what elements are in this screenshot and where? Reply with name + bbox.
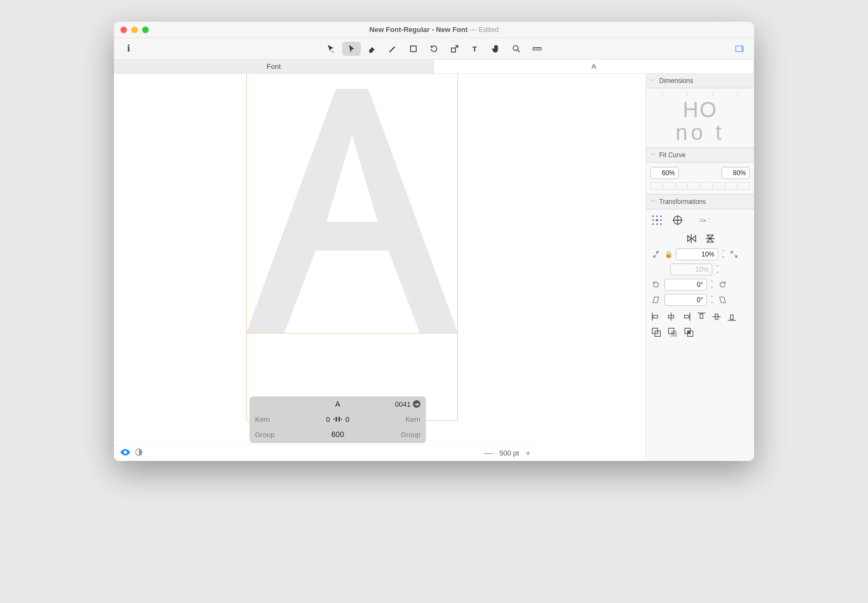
chevron-down-icon: ﹀ — [650, 77, 656, 85]
scale-x-field[interactable]: 10% — [676, 248, 718, 260]
mask-toggle-icon[interactable] — [135, 448, 143, 459]
rotate-tool[interactable] — [425, 42, 443, 56]
svg-point-11 — [652, 220, 654, 221]
info-button[interactable]: i — [119, 42, 138, 56]
transform-origin-grid[interactable] — [650, 214, 663, 227]
erase-tool[interactable] — [363, 42, 381, 56]
boolean-intersect-button[interactable] — [683, 326, 694, 336]
svg-point-8 — [652, 215, 654, 217]
svg-point-10 — [660, 215, 662, 217]
zoom-window-button[interactable] — [142, 27, 149, 33]
fit-curve-presets[interactable] — [650, 182, 750, 190]
svg-point-19 — [699, 219, 699, 219]
svg-point-9 — [656, 215, 658, 217]
section-transformations-header[interactable]: ﹀ Transformations — [646, 194, 754, 209]
section-transformations-title: Transformations — [659, 198, 706, 206]
tab-font[interactable]: Font — [114, 60, 434, 73]
align-bottom-button[interactable] — [726, 311, 737, 321]
section-fitcurve-body: 60% 80% — [646, 163, 754, 194]
next-glyph-icon[interactable]: ➔ — [413, 400, 420, 408]
left-sidebearing[interactable]: 0 — [326, 415, 330, 424]
slant-field[interactable]: 0° — [665, 294, 707, 306]
svg-rect-6 — [741, 46, 743, 52]
primitives-tool[interactable] — [404, 42, 423, 56]
svg-point-15 — [656, 223, 658, 225]
rotate-field[interactable]: 0° — [665, 279, 707, 291]
mirror-vertical-button[interactable] — [704, 232, 717, 245]
boolean-subtract-button[interactable] — [667, 326, 678, 336]
boolean-union-button[interactable] — [650, 326, 661, 336]
fit-curve-low-field[interactable]: 60% — [650, 167, 679, 179]
section-fitcurve-header[interactable]: ﹀ Fit Curve — [646, 147, 754, 163]
svg-rect-26 — [685, 316, 689, 318]
zoom-in-button[interactable]: + — [526, 449, 531, 458]
mirror-horizontal-button[interactable] — [685, 232, 698, 245]
svg-rect-27 — [700, 314, 703, 318]
edit-canvas[interactable]: A 0041 ➔ Kern 0 ·H· 0 Kern Group 600 Gro… — [114, 74, 646, 461]
zoom-value[interactable]: 500 pt — [500, 449, 519, 457]
dimensions-lc-preview[interactable]: no t — [675, 121, 725, 143]
glyph-unicode[interactable]: 0041 ➔ — [382, 400, 420, 408]
view-tabs: Font A — [114, 60, 754, 74]
canvas-status-bar: — 500 pt + — [114, 445, 537, 461]
svg-rect-29 — [731, 315, 733, 319]
draw-tool[interactable] — [342, 42, 361, 56]
slant-stepper[interactable]: ⌃⌄ — [710, 296, 714, 304]
text-tool[interactable]: T — [466, 42, 484, 56]
select-tool[interactable] — [322, 42, 340, 56]
close-window-button[interactable] — [120, 27, 127, 33]
section-dimensions-title: Dimensions — [659, 77, 693, 85]
align-left-button[interactable] — [650, 311, 661, 321]
boolean-buttons-row — [650, 326, 750, 336]
tab-font-label: Font — [266, 62, 280, 70]
rotate-cw-button[interactable] — [717, 280, 728, 289]
pencil-tool[interactable] — [384, 42, 402, 56]
svg-text:Cx: Cx — [701, 218, 706, 223]
align-right-button[interactable] — [681, 311, 692, 321]
svg-text:T: T — [473, 45, 477, 53]
svg-point-21 — [709, 219, 709, 219]
hand-tool[interactable] — [487, 42, 505, 56]
section-dimensions-header[interactable]: ﹀ Dimensions — [646, 74, 754, 88]
svg-point-12 — [656, 219, 659, 222]
fit-curve-high-field[interactable]: 80% — [722, 167, 750, 179]
sidebearing-row: 0 ·H· 0 — [293, 415, 382, 424]
glyph-info-box: A 0041 ➔ Kern 0 ·H· 0 Kern Group 600 Gro… — [250, 396, 426, 443]
dimensions-caps-preview[interactable]: HO — [683, 99, 718, 120]
scale-y-stepper[interactable]: ⌃⌄ — [716, 265, 719, 274]
align-hcenter-button[interactable] — [666, 311, 676, 321]
lock-proportions-icon[interactable]: 🔒 — [665, 251, 673, 258]
rotate-stepper[interactable]: ⌃⌄ — [710, 280, 714, 289]
glyph-width[interactable]: 600 — [293, 430, 382, 439]
transform-origin-reference[interactable] — [671, 214, 684, 227]
group-left-label: Group — [255, 431, 293, 439]
svg-rect-24 — [653, 316, 658, 318]
scale-x-stepper[interactable]: ⌃⌄ — [722, 250, 725, 259]
glyph-name[interactable]: A — [293, 400, 382, 408]
minimize-window-button[interactable] — [131, 27, 138, 33]
scale-up-button[interactable] — [729, 250, 739, 259]
titlebar: New Font-Regular - New Font — Edited — [114, 22, 754, 38]
scale-tool[interactable] — [445, 42, 464, 56]
svg-rect-0 — [411, 46, 417, 52]
align-top-button[interactable] — [696, 311, 707, 321]
scale-y-field[interactable]: 10% — [670, 264, 712, 275]
slant-right-button[interactable] — [717, 296, 728, 304]
preview-toggle-icon[interactable] — [120, 448, 130, 458]
toggle-sidebar-button[interactable] — [730, 42, 749, 56]
zoom-tool[interactable] — [507, 42, 526, 56]
slant-left-button[interactable] — [650, 296, 661, 304]
kern-right-label: Kern — [382, 415, 420, 424]
align-vcenter-button[interactable] — [711, 311, 722, 321]
svg-point-18 — [677, 220, 679, 221]
right-sidebearing[interactable]: 0 — [346, 415, 349, 424]
scale-down-button[interactable] — [650, 250, 661, 259]
zoom-out-button[interactable]: — — [484, 449, 493, 458]
svg-rect-36 — [687, 331, 690, 333]
rotate-ccw-button[interactable] — [650, 280, 661, 289]
app-window: New Font-Regular - New Font — Edited i — [114, 22, 754, 461]
measure-tool[interactable] — [528, 42, 546, 56]
tab-glyph[interactable]: A — [434, 60, 754, 73]
svg-rect-4 — [533, 47, 541, 50]
transform-origin-metrics[interactable]: Cx — [692, 214, 717, 227]
